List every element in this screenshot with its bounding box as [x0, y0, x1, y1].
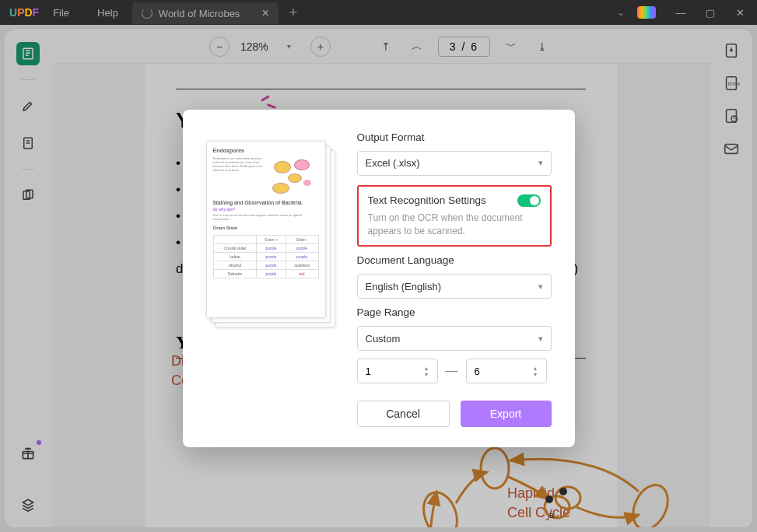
maximize-button[interactable]: ▢ [698, 2, 723, 23]
page-range-select[interactable]: Custom▾ [357, 326, 552, 351]
minimize-button[interactable]: — [668, 2, 693, 23]
reload-icon [142, 8, 152, 19]
range-to-input[interactable]: 6 ▲▼ [466, 359, 547, 383]
ocr-toggle[interactable] [517, 194, 541, 207]
cancel-button[interactable]: Cancel [357, 401, 450, 427]
range-from-input[interactable]: 1 ▲▼ [357, 359, 438, 383]
export-form: Output Format Excel (.xlsx)▾ Text Recogn… [357, 131, 552, 428]
chevron-down-icon: ▾ [538, 158, 543, 168]
doc-language-select[interactable]: English (English)▾ [357, 274, 552, 299]
page-range-label: Page Range [357, 306, 552, 318]
chevron-down-icon: ▾ [538, 282, 543, 292]
export-button[interactable]: Export [461, 401, 552, 427]
menu-help[interactable]: Help [83, 7, 132, 19]
preview-table: Gram +Gram - Crystal violetpurplepurple … [213, 235, 319, 278]
app-body: − 128% ▾ + ⤒ ︿ 3 / 6 ﹀ ⤓ Yeast Unicellu … [0, 25, 757, 532]
document-tab[interactable]: World of Microbes × [132, 2, 279, 24]
close-window-button[interactable]: ✕ [727, 2, 752, 23]
theme-icon[interactable] [637, 6, 656, 19]
app-logo: UPDF [9, 6, 39, 19]
page-preview: Endospores Endospores are extremely resi… [206, 141, 335, 335]
export-dialog: Endospores Endospores are extremely resi… [183, 110, 575, 448]
stepper-icon[interactable]: ▲▼ [533, 366, 538, 377]
modal-overlay: Endospores Endospores are extremely resi… [0, 25, 757, 532]
ocr-settings-box: Text Recognition Settings Turn on the OC… [357, 185, 552, 247]
new-tab-button[interactable]: + [289, 5, 298, 21]
chevron-down-icon: ▾ [538, 334, 543, 344]
tab-title: World of Microbes [159, 8, 240, 19]
output-format-label: Output Format [357, 131, 552, 143]
stepper-icon[interactable]: ▲▼ [424, 366, 429, 377]
ocr-subtitle: Turn on the OCR when the document appear… [368, 212, 541, 238]
range-dash: — [446, 364, 458, 378]
ocr-title: Text Recognition Settings [368, 194, 486, 206]
titlebar: UPDF File Help World of Microbes × + ⌄ —… [0, 0, 757, 25]
doc-language-label: Document Language [357, 254, 552, 266]
dropdown-icon[interactable]: ⌄ [617, 7, 625, 18]
menu-file[interactable]: File [39, 7, 83, 19]
page-range-inputs: 1 ▲▼ — 6 ▲▼ [357, 359, 552, 383]
close-tab-icon[interactable]: × [261, 6, 268, 20]
output-format-select[interactable]: Excel (.xlsx)▾ [357, 151, 552, 176]
